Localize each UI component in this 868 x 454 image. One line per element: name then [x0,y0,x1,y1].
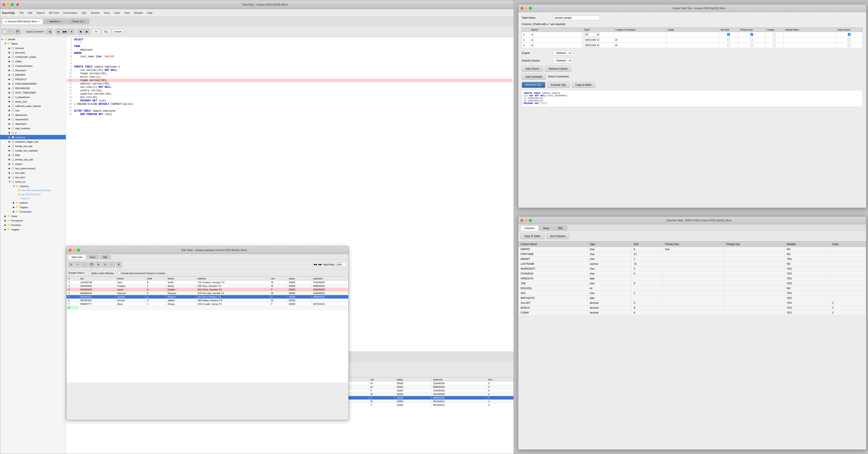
et-tab-sql[interactable]: SQL [100,255,111,259]
et-col-superssn[interactable]: superssn [311,277,348,281]
menu-results[interactable]: Results [89,10,101,15]
sidebar-item-test-bool[interactable]: ▶ 📋 test_bool [0,175,66,180]
close-button[interactable] [2,3,5,6]
sql-select[interactable]: SQL [102,30,110,34]
sidebar-item-account[interactable]: ▶ 📋 Account [0,46,66,50]
et-cancel-btn[interactable]: ✕ [95,262,101,267]
col2-pk-check[interactable] [750,38,753,41]
col1-autoinc-check[interactable] [848,33,850,36]
dt-min-btn[interactable] [525,219,528,222]
et-table-row[interactable]: 7 999887777 Alicia J Zelaya 3321 Castle,… [67,302,348,306]
et-tab-keys[interactable]: Keys [87,255,98,259]
col3-notnull-check[interactable] [727,44,730,46]
sidebar-functions[interactable]: ▶ 📁 Functions [0,223,66,227]
minimize-button[interactable] [7,3,9,6]
col1-default-input[interactable] [785,33,835,36]
menu-code[interactable]: Code [112,10,122,15]
et-export-btn[interactable]: ⬆ [116,262,122,267]
col3-name-input[interactable] [531,44,581,46]
tab-amazon-rds[interactable]: ■ *Amazon RDS MySQL Micro ✕ [2,19,43,24]
et-sort-btn[interactable]: ↕ [109,262,115,267]
menu-help[interactable]: Help [146,10,154,15]
sidebar-item-dept-locations[interactable]: ▶ 📋 dept_locations [0,126,66,130]
et-table-row[interactable]: 4 666884444 Ramesh K Narayan 975 Fire Oa… [67,291,348,295]
sidebar-item-dependent[interactable]: ▶ 📋 dependent [0,122,66,126]
col3-type-select[interactable]: VARCHARINTCHARDATE [584,43,600,47]
menu-dbtools[interactable]: DB Tools [47,10,61,15]
menu-view[interactable]: View [123,10,131,15]
menu-file[interactable]: File [18,10,25,15]
menu-edit[interactable]: Edit [26,10,34,15]
et-add-row-btn[interactable]: + [75,262,81,267]
col3-length-input[interactable] [615,44,665,46]
et-col-ssn[interactable]: ssn [79,277,115,281]
et-close-btn[interactable] [69,249,71,252]
sidebar-item-binary-test[interactable]: ▶ 📋 binary_test [0,99,66,104]
db-select[interactable]: sample [113,30,123,34]
sidebar-item-category[interactable]: ▶ 📋 CATEGORY_SUNIL [0,55,66,59]
col1-unique-check[interactable] [773,33,776,36]
et-filter-btn[interactable]: ≡ [102,262,108,267]
quick-connect-btn[interactable]: <Quick Connect> [23,29,46,34]
sidebar-tables[interactable]: ▼ 📁 Tables [0,41,66,46]
sidebar-item-primary-key-pair[interactable]: ▶ 📋 primary_key_pair [0,157,66,162]
et-table-row[interactable]: 3 453453453 Joyce A English 5631 Rice, H… [67,288,348,291]
sidebar-col-essn[interactable]: 🔑 essn (PK) varchar(50) Not Null [0,188,66,192]
col-header-salary[interactable]: salary [395,378,431,382]
sidebar-item-cols[interactable]: ▶ 📋 cols [0,108,66,112]
et-min-btn[interactable] [73,249,76,252]
run-all-btn[interactable]: ▶▶ [62,29,68,35]
include-auto-check[interactable] [118,271,121,274]
sidebar-item-customerorders[interactable]: ▶ 📋 CustomerOrders [0,64,66,68]
sidebar-item-test-timestamp[interactable]: ▶ 📋 TEST_TIMESTAMP [0,90,66,95]
new-file-btn[interactable]: 📄 [1,29,7,35]
sidebar-root-sample[interactable]: ▼ 🗄 sample [0,37,66,41]
et-col-salary[interactable]: salary [287,277,311,281]
dt-close-btn[interactable] [520,219,523,222]
sort-columns-button[interactable]: Sort Columns [547,233,569,239]
et-col-address[interactable]: address [196,277,270,281]
col2-notnull-check[interactable] [727,38,730,41]
sidebar-item-department2[interactable]: ▶ 📋 department2 [0,117,66,122]
sidebar-item-a-department[interactable]: ▶ 📋 a_department [0,95,66,99]
sidebar-item-empmdc[interactable]: ▶ 📋 EMPMDC [0,72,66,77]
add-constraint-button[interactable]: Add Constraint [522,74,546,80]
et-refresh-btn[interactable]: ↻ [68,262,74,267]
sidebar-item-product[interactable]: ▶ 📋 PRODUCT [0,77,66,82]
generate-sql-button[interactable]: Generate SQL [522,82,545,88]
add-column-button[interactable]: Add Column [522,66,543,72]
engine-select[interactable]: <Default> [553,51,571,56]
col-header-superssn[interactable]: superssn [431,378,487,382]
maximize-button[interactable] [11,3,14,6]
sidebar-item-project[interactable]: ▶ 📋 project [0,162,66,166]
execute-sql-button[interactable]: Execute SQL [547,82,570,88]
sidebar-item-foreign-key-sep[interactable]: ▶ 📋 foreign_key_separate [0,148,66,153]
col-header-dno[interactable]: dno [487,378,514,382]
col3-unique-check[interactable] [773,44,776,46]
et-table-row[interactable]: 2 333445555 Franklin T Wong 638 Voss, Ho… [67,284,348,288]
col3-default-input[interactable] [785,44,835,46]
col3-pk-check[interactable] [750,44,753,46]
ct-close-btn[interactable] [520,7,523,10]
sidebar-col-pno[interactable]: 🔑 pno (PK) int Not Null [0,192,66,196]
col3-scale-input[interactable] [668,44,717,46]
col1-pk-check[interactable] [750,33,753,36]
ct-max-btn[interactable] [529,7,532,10]
stop-btn[interactable]: ■ [69,29,74,35]
menu-tools[interactable]: Tools [102,10,111,15]
sidebar-item-purchaseorder[interactable]: ▶ 📋 PURCHASEORDER [0,82,66,86]
et-new-row[interactable]: 8 [67,306,348,310]
sidebar-triggers2[interactable]: ▶ 📁 Triggers [0,227,66,232]
open-file-btn[interactable]: 📂 [8,29,14,35]
et-col-fname[interactable]: fname [116,277,145,281]
col2-scale-input[interactable] [668,39,717,41]
copy-to-editor-button-dt[interactable]: Copy To Editor [520,233,545,239]
charset-select[interactable]: <Default> [553,58,571,63]
et-del-row-btn[interactable]: − [82,262,88,267]
col1-name-input[interactable] [531,33,581,36]
remove-column-button[interactable]: Remove Column [545,66,571,72]
next-btn[interactable]: ▶ [84,29,90,35]
menu-sql[interactable]: SQL [80,10,88,15]
col2-default-input[interactable] [785,39,835,41]
col2-name-input[interactable] [531,39,581,41]
